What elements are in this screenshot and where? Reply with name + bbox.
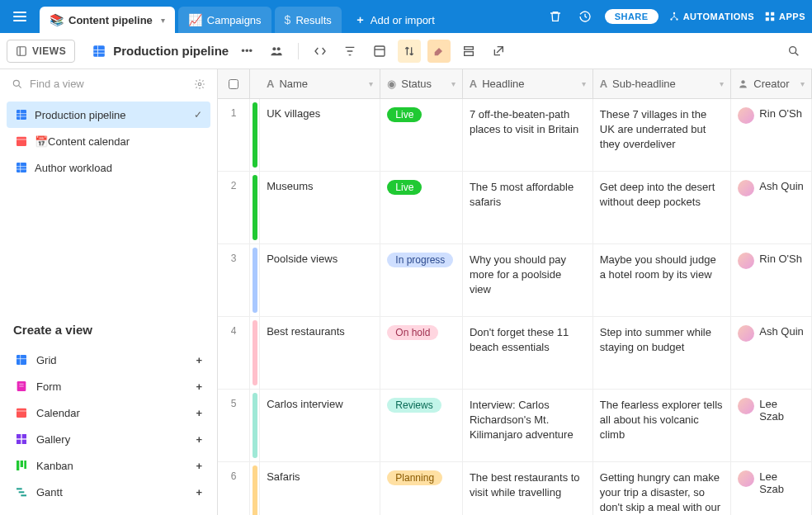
column-creator[interactable]: Creator ▾ [731,69,812,98]
chevron-down-icon[interactable]: ▾ [720,79,724,88]
menu-button[interactable] [7,3,33,30]
add-or-import-button[interactable]: ＋ Add or import [345,7,445,33]
cell-sub-headline[interactable]: The fearless explorer tells all about hi… [593,390,732,461]
search-button[interactable] [782,40,805,63]
row-height-button[interactable] [457,40,480,63]
share-button[interactable]: SHARE [605,9,659,24]
cell-creator[interactable]: Rin O'Sh [731,244,812,316]
cell-status[interactable]: In progress [380,244,463,316]
table-row[interactable]: 5Carlos interviewReviewsInterview: Carlo… [218,390,812,462]
share-view-button[interactable] [487,40,510,63]
cell-creator[interactable]: Ash Quin [731,317,812,389]
grid-header: A Name ▾ ◉ Status ▾ A Headline ▾ A Sub-h… [218,69,812,99]
cell-creator[interactable]: Lee Szab [731,390,812,461]
tab-results[interactable]: $ Results [275,7,342,33]
cell-status[interactable]: Live [380,99,463,171]
create-gantt-button[interactable]: Gantt+ [13,479,204,505]
cell-headline[interactable]: The best restaurants to visit while trav… [463,462,593,515]
chevron-down-icon[interactable]: ▾ [582,79,586,88]
data-grid[interactable]: A Name ▾ ◉ Status ▾ A Headline ▾ A Sub-h… [218,69,812,515]
row-number[interactable]: 6 [218,462,250,515]
cell-sub-headline[interactable]: Maybe you should judge a hotel room by i… [593,244,732,316]
cell-name[interactable]: Museums [260,172,380,243]
cell-sub-headline[interactable]: Step into summer while staying on budget [593,317,732,389]
cell-name[interactable]: UK villages [260,99,380,171]
svg-point-0 [673,12,674,14]
tab-content-pipeline[interactable]: 📚 Content pipeline ▾ [40,7,175,33]
view-title[interactable]: Production pipeline [92,44,229,59]
row-number[interactable]: 5 [218,390,250,461]
cell-name[interactable]: Best restaurants [260,317,380,389]
column-headline[interactable]: A Headline ▾ [463,69,593,98]
avatar [738,107,754,124]
apps-button[interactable]: APPS [764,11,805,22]
column-status[interactable]: ◉ Status ▾ [380,69,463,98]
cell-headline[interactable]: The 5 most affordable safaris [463,172,593,243]
cell-sub-headline[interactable]: Get deep into the desert without deep po… [593,172,732,243]
row-color-bar [250,462,260,515]
create-gallery-button[interactable]: Gallery+ [13,426,204,452]
color-button[interactable] [427,40,451,63]
row-color-bar [250,244,260,316]
cell-headline[interactable]: Interview: Carlos Richardson's Mt. Kilim… [463,390,593,461]
automation-icon [668,11,680,22]
cell-status[interactable]: Planning [380,462,463,515]
cell-creator[interactable]: Rin O'Sh [731,99,812,171]
views-button[interactable]: VIEWS [7,40,75,63]
cell-status[interactable]: Reviews [380,390,463,461]
gear-icon[interactable] [194,78,205,90]
sidebar-view-production-pipeline[interactable]: Production pipeline ✓ [7,102,210,128]
filter-button[interactable] [338,40,361,63]
sort-button[interactable] [398,40,421,63]
chevron-down-icon[interactable]: ▾ [161,16,165,25]
cell-creator[interactable]: Ash Quin [731,172,812,243]
cell-status[interactable]: On hold [380,317,463,389]
cell-name[interactable]: Safaris [260,462,380,515]
topbar-right: SHARE AUTOMATIONS APPS [545,7,805,26]
create-grid-button[interactable]: Grid+ [13,347,204,373]
cell-headline[interactable]: Why you should pay more for a poolside v… [463,244,593,316]
gantt-icon [15,485,28,498]
table-row[interactable]: 1UK villagesLive7 off-the-beaten-path pl… [218,99,812,172]
row-number[interactable]: 2 [218,172,250,243]
create-calendar-button[interactable]: Calendar+ [13,399,204,426]
column-sub-headline[interactable]: A Sub-headline ▾ [593,69,732,98]
sidebar-view-author-workload[interactable]: Author workload [7,154,210,181]
chevron-down-icon[interactable]: ▾ [451,79,456,88]
row-number[interactable]: 4 [218,317,250,389]
find-view-input[interactable] [30,78,187,90]
table-row[interactable]: 2MuseumsLiveThe 5 most affordable safari… [218,172,812,244]
table-row[interactable]: 6SafarisPlanningThe best restaurants to … [218,462,812,515]
tab-campaigns[interactable]: 📈 Campaigns [178,7,271,33]
select-all-checkbox[interactable] [229,79,238,89]
history-button[interactable] [575,7,595,26]
table-row[interactable]: 4Best restaurantsOn holdDon't forget the… [218,317,812,390]
cell-sub-headline[interactable]: These 7 villages in the UK are underrate… [593,99,732,171]
sidebar-view-content-calendar[interactable]: 📅Content calendar [7,128,210,154]
cell-status[interactable]: Live [380,172,463,243]
trash-button[interactable] [545,7,565,26]
hide-fields-button[interactable] [309,40,332,63]
collaborators-button[interactable] [265,40,288,63]
column-name[interactable]: A Name ▾ [260,69,380,98]
chevron-down-icon[interactable]: ▾ [369,79,373,88]
chevron-down-icon[interactable]: ▾ [800,79,805,88]
select-all-column[interactable] [218,69,250,98]
cell-sub-headline[interactable]: Getting hungry can make your trip a disa… [593,462,732,515]
more-options-button[interactable]: ••• [235,40,258,63]
create-kanban-button[interactable]: Kanban+ [13,452,204,479]
row-number[interactable]: 3 [218,244,250,316]
automations-button[interactable]: AUTOMATIONS [668,11,754,22]
table-row[interactable]: 3Poolside viewsIn progressWhy you should… [218,244,812,317]
cell-headline[interactable]: 7 off-the-beaten-path places to visit in… [463,99,593,171]
group-button[interactable] [368,40,391,63]
cell-headline[interactable]: Don't forget these 11 beach essentials [463,317,593,389]
cell-name[interactable]: Poolside views [260,244,380,316]
svg-rect-34 [17,355,26,365]
row-number[interactable]: 1 [218,99,250,171]
cell-creator[interactable]: Lee Szab [731,462,812,515]
svg-point-2 [676,18,677,20]
avatar [738,325,754,342]
cell-name[interactable]: Carlos interview [260,390,380,461]
create-form-button[interactable]: Form+ [13,373,204,399]
